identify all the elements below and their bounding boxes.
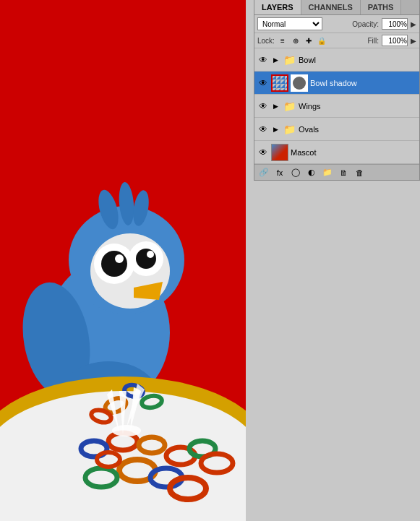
layer-thumb-mascot — [271, 144, 288, 161]
blend-mode-row: Normal Multiply Screen Overlay Opacity: … — [254, 15, 419, 33]
visibility-icon-wings[interactable]: 👁 — [257, 100, 269, 112]
layer-name-ovals: Ovals — [299, 125, 416, 134]
opacity-percent: ▶ — [411, 20, 416, 28]
layer-name-wings: Wings — [299, 102, 416, 111]
opacity-label: Opacity: — [352, 20, 379, 28]
lock-row: Lock: ≡ ⊕ ✚ 🔒 Fill: ▶ — [254, 33, 419, 48]
panel-bottom-toolbar: 🔗 fx ◯ ◐ 📁 🗎 🗑 — [254, 164, 419, 180]
layer-item-ovals[interactable]: 👁 ▶ 📁 Ovals — [254, 118, 419, 141]
tab-layers[interactable]: LAYERS — [254, 0, 301, 14]
visibility-icon-bowl[interactable]: 👁 — [257, 54, 269, 66]
layer-thumb-bowl-shadow — [271, 74, 288, 92]
mask-icon[interactable]: ◯ — [289, 167, 302, 178]
visibility-icon-mascot[interactable]: 👁 — [257, 147, 269, 158]
layer-name-mascot: Mascot — [291, 148, 416, 157]
svg-point-8 — [101, 251, 127, 277]
expand-icon-ovals[interactable]: ▶ — [271, 124, 280, 135]
layers-panel: LAYERS CHANNELS PATHS Normal Multiply Sc… — [254, 0, 420, 181]
fx-icon[interactable]: fx — [273, 167, 286, 178]
adjustment-icon[interactable]: ◐ — [305, 167, 318, 178]
lock-pixels-icon[interactable]: ≡ — [278, 35, 288, 46]
layer-item-wings[interactable]: 👁 ▶ 📁 Wings — [254, 95, 419, 118]
layer-item-mascot[interactable]: 👁 Mascot — [254, 141, 419, 164]
tab-bar: LAYERS CHANNELS PATHS — [254, 0, 419, 15]
visibility-icon-bowl-shadow[interactable]: 👁 — [257, 77, 269, 89]
layers-list: 👁 ▶ 📁 Bowl 👁 Bowl shadow 👁 ▶ 📁 W — [254, 48, 419, 164]
link-icon[interactable]: 🔗 — [257, 167, 270, 178]
main-image — [0, 0, 246, 521]
svg-point-17 — [139, 437, 165, 453]
svg-point-28 — [141, 395, 163, 410]
folder-icon-bowl: 📁 — [282, 53, 296, 67]
lock-label: Lock: — [257, 37, 275, 45]
layer-item-bowl[interactable]: 👁 ▶ 📁 Bowl — [254, 48, 419, 72]
blend-mode-select[interactable]: Normal Multiply Screen Overlay — [257, 17, 322, 30]
svg-point-22 — [85, 468, 117, 487]
canvas-area: LAYERS CHANNELS PATHS Normal Multiply Sc… — [0, 0, 420, 521]
svg-point-11 — [147, 251, 154, 258]
tab-paths[interactable]: PATHS — [361, 0, 402, 14]
folder-icon-wings: 📁 — [282, 99, 296, 113]
expand-icon-wings[interactable]: ▶ — [271, 100, 280, 112]
layer-name-bowl-shadow: Bowl shadow — [310, 79, 416, 87]
visibility-icon-ovals[interactable]: 👁 — [257, 124, 269, 135]
lock-all-icon[interactable]: 🔒 — [317, 35, 327, 46]
lock-position-icon[interactable]: ⊕ — [291, 35, 301, 46]
expand-icon-bowl[interactable]: ▶ — [271, 54, 280, 66]
layer-name-bowl: Bowl — [299, 56, 416, 64]
layer-item-bowl-shadow[interactable]: 👁 Bowl shadow — [254, 72, 419, 95]
svg-point-25 — [97, 452, 120, 467]
tab-channels[interactable]: CHANNELS — [301, 0, 361, 14]
svg-point-20 — [201, 454, 233, 473]
opacity-input[interactable] — [382, 18, 408, 30]
svg-point-24 — [170, 478, 206, 499]
svg-point-9 — [136, 249, 156, 269]
delete-icon[interactable]: 🗑 — [353, 167, 366, 178]
svg-point-30 — [112, 425, 141, 436]
new-folder-icon[interactable]: 📁 — [321, 167, 334, 178]
new-layer-icon[interactable]: 🗎 — [337, 167, 350, 178]
svg-point-10 — [115, 254, 124, 263]
fill-input[interactable] — [382, 35, 408, 46]
bowl-area — [0, 376, 246, 521]
fill-label: Fill: — [367, 37, 379, 45]
folder-icon-ovals: 📁 — [282, 122, 296, 137]
cereal-rings — [0, 376, 246, 521]
fill-percent: ▶ — [411, 37, 416, 45]
lock-move-icon[interactable]: ✚ — [304, 35, 314, 46]
layer-mask-bowl-shadow — [291, 74, 308, 92]
